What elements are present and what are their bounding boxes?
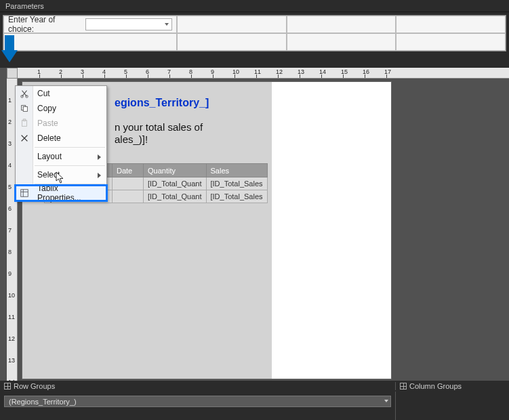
menu-separator-1: [35, 147, 105, 148]
menu-delete[interactable]: Delete: [16, 131, 106, 146]
groups-label-bar: Row Groups Column Groups: [0, 381, 509, 392]
tablix-cell-sales[interactable]: [ID_Total_Sales: [206, 177, 267, 190]
tablix-cell-qty[interactable]: [ID_Total_Quant: [144, 177, 207, 190]
ruler-tick: 11: [7, 317, 18, 318]
param-label: Enter Year of choice:: [8, 15, 83, 34]
horizontal-ruler: 1234567891011121314151617: [18, 68, 509, 79]
parameters-title-bar: Parameters: [0, 0, 509, 12]
ruler-tick: 7: [7, 230, 18, 231]
menu-layout[interactable]: Layout: [16, 149, 106, 164]
ruler-tick: 10: [7, 295, 18, 296]
menu-separator-2: [35, 165, 105, 166]
param-cell-empty-3[interactable]: [396, 16, 506, 33]
report-subtitle-line1[interactable]: n your total sales of: [115, 121, 203, 133]
column-groups-text: Column Groups: [409, 382, 462, 390]
tablix-cell-total-qty[interactable]: [ID_Total_Quant: [144, 190, 207, 203]
param-cell-r2c2[interactable]: [177, 33, 287, 51]
menu-paste: Paste: [16, 116, 106, 131]
menu-copy-label: Copy: [37, 104, 56, 113]
menu-copy[interactable]: Copy: [16, 101, 106, 116]
menu-tablix-properties[interactable]: Tablix Properties...: [16, 186, 106, 201]
page-margin-area: [272, 82, 391, 379]
menu-select[interactable]: Select: [16, 167, 106, 182]
svg-rect-6: [23, 119, 26, 121]
row-groups-label: Row Groups: [0, 382, 55, 390]
column-groups-label: Column Groups: [395, 382, 509, 390]
menu-layout-label: Layout: [37, 152, 62, 161]
copy-icon: [19, 103, 30, 114]
report-subtitle-line2[interactable]: ales_)]!: [115, 133, 148, 145]
delete-icon: [19, 133, 30, 144]
properties-icon: [19, 188, 30, 198]
row-group-chip[interactable]: Regions_Territory_): [4, 396, 391, 407]
ruler-tick: 9: [7, 274, 18, 274]
param-cell-r2c4[interactable]: [396, 33, 506, 51]
menu-cut-label: Cut: [37, 89, 50, 98]
grid-icon: [4, 383, 11, 390]
svg-rect-7: [21, 190, 28, 197]
report-title-expression[interactable]: egions_Territory_]: [115, 97, 209, 109]
param-cell-r2c1[interactable]: [3, 33, 177, 51]
param-year-dropdown[interactable]: [85, 18, 172, 30]
tablix-header-quantity[interactable]: Quantity: [144, 164, 207, 177]
tablix-cell-blank[interactable]: [113, 177, 144, 190]
menu-cut[interactable]: Cut: [16, 86, 106, 101]
param-cell-r2c3[interactable]: [287, 33, 396, 51]
param-cell-empty-1[interactable]: [177, 16, 287, 33]
parameters-panel: Enter Year of choice:: [3, 15, 506, 51]
row-groups-area[interactable]: Regions_Territory_): [0, 392, 395, 420]
column-groups-area[interactable]: [395, 392, 509, 420]
menu-tablix-properties-label: Tablix Properties...: [37, 184, 101, 203]
ruler-corner: [7, 68, 18, 79]
blue-down-arrow-icon: [1, 35, 18, 62]
ruler-tick: 12: [7, 339, 18, 339]
scissors-icon: [19, 88, 30, 99]
svg-marker-0: [1, 35, 18, 62]
row-groups-text: Row Groups: [14, 382, 55, 390]
svg-rect-4: [23, 106, 27, 111]
ruler-tick: 13: [7, 360, 18, 361]
ruler-tick: 6: [7, 209, 18, 209]
groups-panel: Regions_Territory_): [0, 392, 509, 420]
ruler-tick: 8: [7, 252, 18, 253]
parameters-title: Parameters: [5, 2, 44, 10]
tablix-cell-total-blank[interactable]: [113, 190, 144, 203]
menu-paste-label: Paste: [37, 119, 58, 128]
context-menu: Cut Copy Paste Delete Layout Select Tabl…: [15, 85, 107, 201]
grid-icon: [400, 383, 407, 390]
chevron-down-icon[interactable]: [384, 400, 388, 402]
menu-select-label: Select: [37, 170, 60, 180]
param-cell-empty-2[interactable]: [287, 16, 396, 33]
tablix-header-date[interactable]: Date: [113, 164, 144, 177]
paste-icon: [19, 118, 30, 129]
row-group-chip-label: Regions_Territory_): [12, 398, 77, 406]
tablix-cell-total-sales[interactable]: [ID_Total_Sales: [206, 190, 267, 203]
menu-delete-label: Delete: [37, 133, 61, 143]
tablix-header-sales[interactable]: Sales: [206, 164, 267, 177]
param-cell-year: Enter Year of choice:: [3, 16, 177, 33]
